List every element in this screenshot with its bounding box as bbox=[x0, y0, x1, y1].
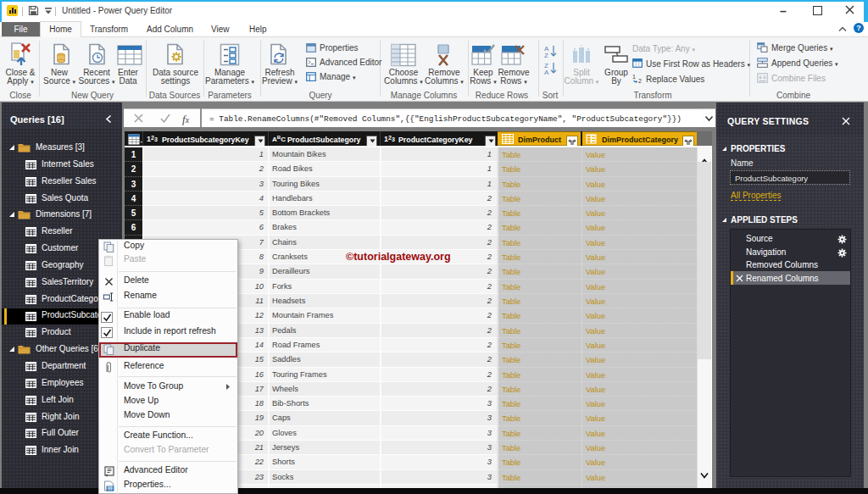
svg-text:Z: Z bbox=[544, 52, 548, 59]
svg-text:A: A bbox=[544, 69, 549, 76]
svg-text:2: 2 bbox=[638, 78, 642, 84]
svg-text:1: 1 bbox=[632, 74, 636, 80]
